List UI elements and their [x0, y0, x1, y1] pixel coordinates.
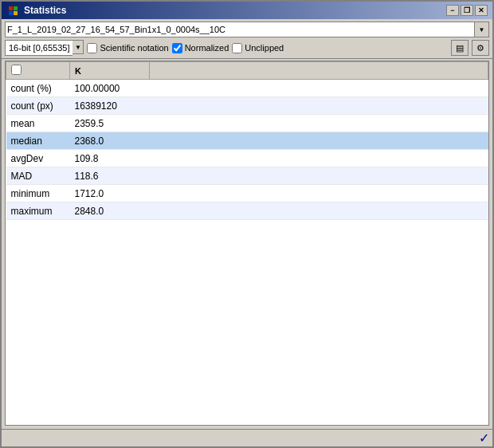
scientific-notation-checkbox[interactable]	[87, 43, 97, 53]
row-label: median	[6, 132, 70, 150]
row-value: 2359.5	[70, 115, 150, 132]
row-extra	[150, 132, 488, 150]
row-label: MAD	[6, 167, 70, 185]
col-header-label	[6, 62, 70, 80]
row-value: 2848.0	[70, 202, 150, 220]
normalized-label: Normalized	[185, 43, 229, 53]
unclipped-checkbox[interactable]	[232, 43, 242, 53]
close-button[interactable]: ✕	[475, 5, 488, 16]
row-value: 16389120	[70, 97, 150, 115]
bit-depth-container: 16-bit [0,65535] ▼	[5, 40, 84, 56]
select-all-checkbox[interactable]	[11, 65, 22, 75]
bit-depth-label: 16-bit [0,65535]	[5, 40, 73, 56]
table-row[interactable]: minimum 1712.0	[6, 185, 488, 202]
columns-button[interactable]: ▤	[451, 40, 469, 56]
row-label: count (%)	[6, 80, 70, 97]
statistics-window: Statistics − ❐ ✕ ▼ 16-bit [0,65535] ▼ Sc…	[0, 0, 494, 448]
statistics-table-container: K count (%) 100.00000 count (px) 1638912…	[5, 61, 489, 426]
window-controls: − ❐ ✕	[446, 5, 488, 16]
row-extra	[150, 80, 488, 97]
settings-button[interactable]: ⚙	[472, 40, 489, 56]
row-extra	[150, 202, 488, 220]
normalized-checkbox-label[interactable]: Normalized	[172, 43, 229, 53]
table-row[interactable]: MAD 118.6	[6, 167, 488, 185]
row-label: mean	[6, 115, 70, 132]
k-header-text: K	[75, 66, 81, 76]
row-extra	[150, 185, 488, 202]
statistics-table: K count (%) 100.00000 count (px) 1638912…	[6, 61, 488, 220]
row-extra	[150, 115, 488, 132]
row-extra	[150, 97, 488, 115]
row-label: minimum	[6, 185, 70, 202]
row-value: 100.00000	[70, 80, 150, 97]
window-title: Statistics	[24, 5, 66, 16]
bottom-bar: ✓	[2, 429, 492, 446]
row-label: maximum	[6, 202, 70, 220]
row-value: 109.8	[70, 150, 150, 167]
normalized-checkbox[interactable]	[172, 43, 182, 53]
settings-icon: ⚙	[476, 43, 484, 53]
table-row[interactable]: avgDev 109.8	[6, 150, 488, 167]
bit-depth-dropdown-arrow[interactable]: ▼	[73, 40, 84, 54]
row-value: 1712.0	[70, 185, 150, 202]
minimize-button[interactable]: −	[446, 5, 459, 16]
row-label: avgDev	[6, 150, 70, 167]
app-icon	[6, 4, 19, 17]
table-row[interactable]: mean 2359.5	[6, 115, 488, 132]
toolbar: ▼ 16-bit [0,65535] ▼ Scientific notation…	[2, 19, 492, 59]
row-label: count (px)	[6, 97, 70, 115]
columns-icon: ▤	[456, 43, 464, 53]
table-row[interactable]: count (%) 100.00000	[6, 80, 488, 97]
table-row[interactable]: count (px) 16389120	[6, 97, 488, 115]
table-row[interactable]: median 2368.0	[6, 132, 488, 150]
scientific-notation-label: Scientific notation	[100, 43, 168, 53]
file-dropdown-row: ▼	[5, 22, 489, 37]
scientific-notation-checkbox-label[interactable]: Scientific notation	[87, 43, 168, 53]
restore-button[interactable]: ❐	[461, 5, 473, 16]
col-header-extra	[150, 62, 488, 80]
options-row: 16-bit [0,65535] ▼ Scientific notation N…	[5, 40, 489, 56]
row-value: 2368.0	[70, 132, 150, 150]
col-header-k: K	[70, 62, 150, 80]
file-dropdown[interactable]	[5, 22, 475, 37]
row-extra	[150, 150, 488, 167]
table-row[interactable]: maximum 2848.0	[6, 202, 488, 220]
row-extra	[150, 167, 488, 185]
row-value: 118.6	[70, 167, 150, 185]
unclipped-label: Unclipped	[245, 43, 284, 53]
unclipped-checkbox-label[interactable]: Unclipped	[232, 43, 284, 53]
title-bar: Statistics − ❐ ✕	[2, 2, 492, 19]
file-dropdown-arrow[interactable]: ▼	[475, 22, 489, 37]
confirm-icon[interactable]: ✓	[479, 430, 489, 446]
